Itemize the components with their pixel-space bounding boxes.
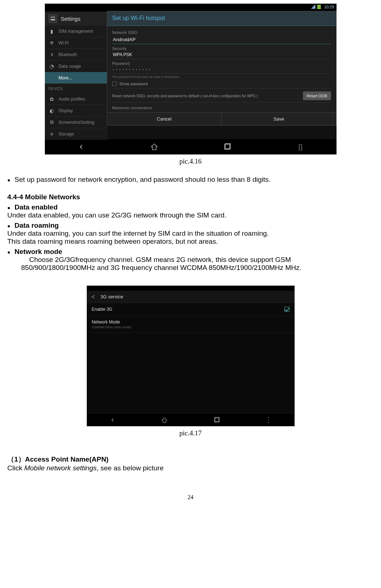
home-icon[interactable] [149,142,159,152]
blank-icon [48,75,55,81]
cancel-button[interactable]: Cancel [107,113,222,125]
status-bar-2 [87,286,295,291]
dialog-title: Set up Wi-Fi hotspot [107,11,336,26]
data-usage-icon: ◔ [48,63,55,70]
status-bar: 10:29 [45,4,337,12]
dots-icon[interactable]: ⋮ [263,415,273,425]
page-number: 24 [7,494,374,501]
status-time: 10:29 [324,5,334,9]
show-password-row[interactable]: Show password [112,82,331,89]
reset-description: Reset network SSID, security and passwor… [112,94,303,98]
sidebar-item-label: Bluetooth [59,52,77,57]
text-data-enabled: Under data enabled, you can use 2G/3G ne… [7,211,374,219]
settings-title-row: Settings [45,12,108,26]
sidebar-item-label: Audio profiles [59,97,85,102]
heading-data-roaming: Data roaming [15,222,59,229]
sidebar-item-bluetooth[interactable]: Bluetooth [45,49,108,60]
settings-icon [48,14,57,23]
home-icon[interactable] [159,415,170,425]
sidebar-item-label: Display [59,108,73,113]
screenshot-icon: ⧉ [48,119,55,126]
display-icon: ◐ [48,107,55,114]
wifi-hotspot-dialog: Set up Wi-Fi hotspot Network SSID Securi… [107,11,337,126]
text-network-mode-2: 850/900/1800/1900MHz and 3G frequency ch… [7,264,374,272]
apn-prefix: Click [7,464,24,472]
header-title: 3G service [101,294,123,299]
screenshot-nav-icon[interactable]: [ ] [295,142,305,152]
sidebar-item-label: Data usage [59,64,81,69]
row-network-mode[interactable]: Network Mode GSM/WCDMA (auto mode) [87,316,295,333]
label-network-mode: Network Mode [92,320,132,325]
text-data-roaming-1: Under data roaming, you can surf the int… [7,230,374,238]
max-connections-label: Maximum connections [112,106,331,110]
bullet-setup-password: Set up password for network encryption, … [7,176,374,184]
caption-pic417: pic.4.17 [7,429,374,437]
password-input[interactable]: • • • • • • • • • • • • [112,66,331,74]
checkbox-checked-icon[interactable] [284,307,289,312]
recent-icon[interactable] [222,142,232,152]
screenshot-3g-service: < 3G service Enable 3G Network Mode GSM/… [87,286,295,426]
checkbox-icon[interactable] [112,82,117,86]
storage-icon: ≡ [48,131,55,137]
heading-apn: （1）Access Point Name(APN) [7,455,374,464]
settings-title: Settings [61,16,81,22]
text-apn-body: Click Mobile network settings, see as be… [7,464,374,472]
text-setup-password: Set up password for network encryption, … [15,176,271,183]
audio-icon: ✿ [48,96,55,102]
save-button[interactable]: Save [222,113,336,125]
back-icon[interactable] [76,142,86,152]
signal-icon [311,4,315,9]
battery-icon [317,5,321,9]
heading-mobile-networks: 4.4-4 Mobile Networks [7,193,374,201]
security-label: Security [112,46,331,51]
bluetooth-icon [48,51,55,58]
reset-oob-button[interactable]: Reset OOB [303,91,331,100]
screenshot-wifi-hotspot: 10:29 Settings ▮ SIM management Wi-Fi [45,4,337,154]
back-icon[interactable]: < [90,293,97,301]
heading-data-enabled: Data enabled [15,203,58,211]
header-3g-service: < 3G service [87,291,295,303]
sidebar-item-storage[interactable]: ≡ Storage [45,128,108,140]
nav-bar: [ ] [45,139,337,154]
sidebar-item-wifi[interactable]: Wi-Fi [45,37,108,49]
sidebar-item-more[interactable]: More... [45,72,108,84]
back-icon[interactable] [108,415,118,425]
sidebar-item-data-usage[interactable]: ◔ Data usage [45,60,108,72]
wifi-icon [48,40,55,46]
sidebar-item-label: More... [59,75,72,81]
security-select[interactable]: WPA PSK [112,51,331,59]
caption-pic416: pic.4.16 [7,157,374,165]
text-data-roaming-2: This data roaming means roaming between … [7,238,374,246]
show-password-label: Show password [120,82,148,86]
sidebar-item-label: Storage [59,132,74,137]
nav-bar-2: ⋮ [87,413,295,426]
row-enable-3g[interactable]: Enable 3G [87,303,295,316]
sub-network-mode: GSM/WCDMA (auto mode) [92,325,132,329]
sidebar-item-sim[interactable]: ▮ SIM management [45,26,108,37]
apn-italic: Mobile network settings [24,464,97,472]
label-enable-3g: Enable 3G [92,307,113,312]
sidebar-item-screenshot[interactable]: ⧉ ScreenshotSetting [45,117,108,128]
recent-icon[interactable] [211,415,222,425]
ssid-input[interactable] [112,35,331,44]
dialog-backdrop: Set up Wi-Fi hotspot Network SSID Securi… [108,12,337,139]
bullet-network-mode: Network mode [7,248,374,256]
sidebar-item-label: ScreenshotSetting [59,120,94,125]
settings-sidebar: Settings ▮ SIM management Wi-Fi Blue [45,12,108,139]
sidebar-item-label: SIM management [59,29,93,34]
sidebar-item-display[interactable]: ◐ Display [45,105,108,117]
svg-marker-0 [311,4,315,9]
password-label: Password [112,61,331,66]
bullet-data-enabled: Data enabled [7,203,374,211]
sim-icon: ▮ [48,28,55,35]
apn-suffix: , see as below picture [97,464,164,472]
sidebar-item-label: Wi-Fi [59,40,69,46]
sidebar-item-audio[interactable]: ✿ Audio profiles [45,93,108,105]
bullet-data-roaming: Data roaming [7,222,374,230]
sidebar-section-device: DEVICE [45,84,108,93]
ssid-label: Network SSID [112,30,331,35]
empty-area [87,333,295,413]
password-hint: The password must have at least 8 charac… [112,75,331,79]
heading-network-mode: Network mode [15,248,62,255]
text-network-mode-1: Choose 2G/3Gfrequency channel. GSM means… [7,256,374,264]
